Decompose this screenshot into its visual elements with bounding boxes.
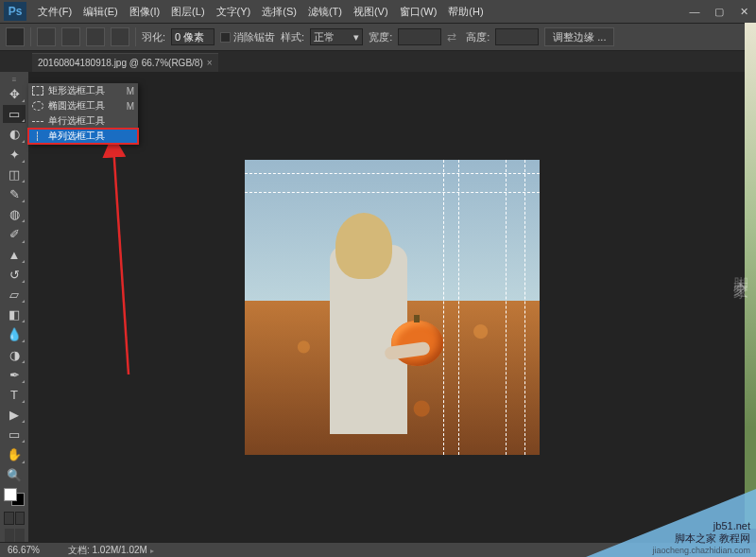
antialias-label: 消除锯齿 xyxy=(233,30,275,44)
refine-edge-button[interactable]: 调整边缘 ... xyxy=(544,27,614,46)
menu-window[interactable]: 窗口(W) xyxy=(394,5,443,19)
crop-tool[interactable]: ◫ xyxy=(3,165,26,183)
menu-image[interactable]: 图像(I) xyxy=(124,5,165,19)
marquee-line xyxy=(524,160,525,455)
zoom-tool[interactable]: 🔍 xyxy=(3,466,26,484)
watermark-text: jb51.net 脚本之家 教程网 jiaocheng.chazhidian.c… xyxy=(652,520,750,555)
document-tab-bar: 20160804180918.jpg @ 66.7%(RGB/8) × xyxy=(0,51,756,72)
screen-mode-toggle[interactable] xyxy=(5,529,25,542)
width-input[interactable] xyxy=(398,28,441,45)
history-brush-tool[interactable]: ↺ xyxy=(3,266,26,284)
close-button[interactable]: ✕ xyxy=(731,3,756,20)
eraser-tool[interactable]: ▱ xyxy=(3,286,26,304)
style-value: 正常 xyxy=(314,30,335,44)
hand-tool[interactable]: ✋ xyxy=(3,445,26,463)
checkbox-icon xyxy=(220,32,231,43)
lasso-tool[interactable]: ◐ xyxy=(3,125,26,143)
flyout-shortcut: M xyxy=(127,101,134,112)
desktop-sliver xyxy=(745,23,756,529)
document-canvas[interactable] xyxy=(245,160,540,455)
document-tab-title: 20160804180918.jpg @ 66.7%(RGB/8) xyxy=(38,58,203,68)
magic-wand-tool[interactable]: ✦ xyxy=(3,146,26,164)
separator xyxy=(30,27,31,46)
move-tool[interactable]: ✥ xyxy=(3,85,26,103)
toolbar-handle-icon[interactable]: ≡ xyxy=(2,76,26,83)
marquee-tool-flyout: 矩形选框工具 M 椭圆选框工具 M 单行选框工具 单列选框工具 xyxy=(28,83,138,144)
antialias-checkbox[interactable]: 消除锯齿 xyxy=(220,30,275,44)
marquee-line xyxy=(458,160,459,455)
pen-tool[interactable]: ✒ xyxy=(3,366,26,384)
close-tab-icon[interactable]: × xyxy=(207,58,213,68)
maximize-button[interactable]: ▢ xyxy=(707,3,731,20)
window-controls: — ▢ ✕ xyxy=(682,3,756,20)
menu-help[interactable]: 帮助(H) xyxy=(442,5,489,19)
color-swatches[interactable] xyxy=(4,488,25,506)
marquee-line xyxy=(506,160,507,455)
menu-layer[interactable]: 图层(L) xyxy=(165,5,210,19)
path-select-tool[interactable]: ▶ xyxy=(3,406,26,424)
chevron-down-icon: ▾ xyxy=(353,31,359,44)
current-tool-icon[interactable] xyxy=(6,27,25,46)
menu-filter[interactable]: 滤镜(T) xyxy=(302,5,348,19)
menu-view[interactable]: 视图(V) xyxy=(348,5,394,19)
swap-dims-icon[interactable]: ⇄ xyxy=(447,30,460,44)
eyedropper-tool[interactable]: ✎ xyxy=(3,185,26,203)
options-bar: 羽化: 消除锯齿 样式: 正常 ▾ 宽度: ⇄ 高度: 调整边缘 ... xyxy=(0,23,756,51)
style-label: 样式: xyxy=(281,30,304,44)
marquee-line xyxy=(245,173,540,174)
flyout-shortcut: M xyxy=(127,86,134,96)
gradient-tool[interactable]: ◧ xyxy=(3,305,26,323)
chevron-right-icon: ▸ xyxy=(150,547,154,555)
watermark-corner: jb51.net 脚本之家 教程网 jiaocheng.chazhidian.c… xyxy=(586,489,756,557)
watermark-side: 脚本之家 xyxy=(730,265,750,272)
marquee-line xyxy=(443,160,444,455)
menu-bar: Ps 文件(F) 编辑(E) 图像(I) 图层(L) 文字(Y) 选择(S) 滤… xyxy=(0,0,756,23)
doc-info-label: 文档: xyxy=(68,545,90,555)
app-logo: Ps xyxy=(4,2,26,21)
selection-intersect-icon[interactable] xyxy=(111,27,129,46)
separator xyxy=(135,27,136,46)
flyout-label: 矩形选框工具 xyxy=(48,84,105,97)
height-label: 高度: xyxy=(466,30,490,44)
menu-edit[interactable]: 编辑(E) xyxy=(77,5,124,19)
blur-tool[interactable]: 💧 xyxy=(3,325,26,343)
flyout-item-row-marquee[interactable]: 单行选框工具 xyxy=(28,113,138,129)
marquee-line xyxy=(245,192,540,193)
document-tab[interactable]: 20160804180918.jpg @ 66.7%(RGB/8) × xyxy=(32,53,218,72)
marquee-tool[interactable]: ▭ xyxy=(3,105,26,123)
doc-info[interactable]: 文档: 1.02M/1.02M ▸ xyxy=(68,544,154,557)
doc-info-value: 1.02M/1.02M xyxy=(92,545,146,555)
quickmask-toggle[interactable] xyxy=(4,512,25,525)
feather-label: 羽化: xyxy=(142,30,165,44)
column-marquee-icon xyxy=(32,131,43,141)
brush-tool[interactable]: ✐ xyxy=(3,225,26,243)
foreground-swatch[interactable] xyxy=(4,488,17,501)
width-label: 宽度: xyxy=(369,30,392,44)
menu-select[interactable]: 选择(S) xyxy=(256,5,302,19)
flyout-item-column-marquee[interactable]: 单列选框工具 xyxy=(28,129,138,144)
clone-stamp-tool[interactable]: ▲ xyxy=(3,246,26,264)
tools-panel: ≡ ✥ ▭ ◐ ✦ ◫ ✎ ◍ ✐ ▲ ↺ ▱ ◧ 💧 ◑ ✒ T ▶ ▭ ✋ … xyxy=(0,72,28,542)
selection-add-icon[interactable] xyxy=(61,27,80,46)
menu-type[interactable]: 文字(Y) xyxy=(211,5,257,19)
menu-file[interactable]: 文件(F) xyxy=(32,5,77,19)
photo-hair xyxy=(335,213,392,279)
zoom-level[interactable]: 66.67% xyxy=(8,545,40,555)
selection-subtract-icon[interactable] xyxy=(86,27,105,46)
selection-new-icon[interactable] xyxy=(37,27,56,46)
shape-tool[interactable]: ▭ xyxy=(3,426,26,444)
minimize-button[interactable]: — xyxy=(682,3,707,20)
flyout-item-ellipse-marquee[interactable]: 椭圆选框工具 M xyxy=(28,98,138,113)
healing-brush-tool[interactable]: ◍ xyxy=(3,205,26,223)
style-select[interactable]: 正常 ▾ xyxy=(310,28,363,45)
row-marquee-icon xyxy=(32,116,43,126)
flyout-label: 单行选框工具 xyxy=(48,114,105,128)
flyout-item-rect-marquee[interactable]: 矩形选框工具 M xyxy=(28,83,138,98)
type-tool[interactable]: T xyxy=(3,386,26,404)
height-input[interactable] xyxy=(495,28,539,45)
ellipse-marquee-icon xyxy=(32,101,43,111)
dodge-tool[interactable]: ◑ xyxy=(3,345,26,363)
feather-input[interactable] xyxy=(171,28,215,45)
flyout-label: 单列选框工具 xyxy=(48,130,105,143)
flyout-label: 椭圆选框工具 xyxy=(48,99,105,113)
